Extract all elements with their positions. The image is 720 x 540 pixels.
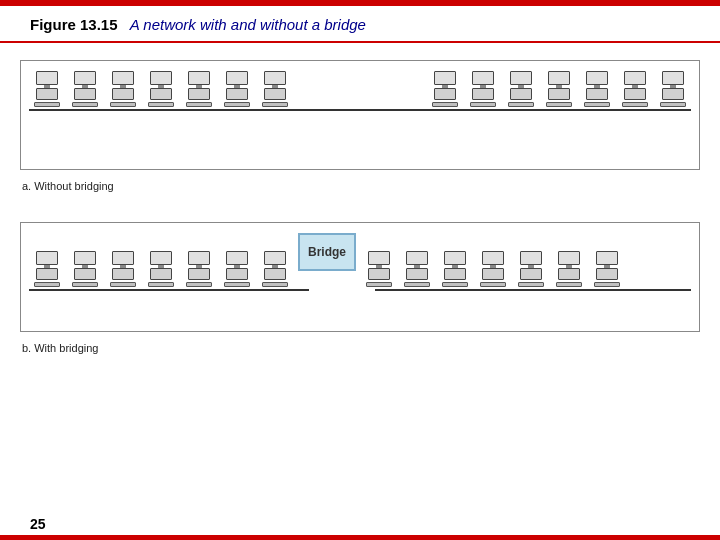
computer-icon: [504, 71, 538, 107]
diagram-without-bridging: [20, 60, 700, 170]
computer-icon: [144, 251, 178, 287]
right-computer-group-b: [361, 251, 625, 287]
computer-icon: [580, 71, 614, 107]
diagram-with-bridging: Bridge: [20, 222, 700, 332]
computer-icon: [30, 251, 64, 287]
computer-icon: [68, 251, 102, 287]
network-line-b: [29, 289, 691, 291]
figure-number: Figure 13.15: [30, 16, 118, 33]
computer-icon: [220, 251, 254, 287]
diagram-b-label: b. With bridging: [22, 342, 700, 354]
diagram-a-label: a. Without bridging: [22, 180, 700, 192]
computer-icon: [542, 71, 576, 107]
left-computer-group-b: [29, 251, 293, 287]
computer-icon: [182, 71, 216, 107]
bridge-box: Bridge: [298, 233, 356, 271]
computer-icon: [466, 71, 500, 107]
computer-icon: [590, 251, 624, 287]
computer-icon: [182, 251, 216, 287]
left-computer-group-a: [29, 71, 293, 107]
computer-icon: [618, 71, 652, 107]
page-number: 25: [30, 516, 46, 532]
network-line-a: [29, 109, 691, 111]
header-section: Figure 13.15 A network with and without …: [0, 6, 720, 43]
computer-icon: [362, 251, 396, 287]
computer-icon: [220, 71, 254, 107]
computer-icon: [68, 71, 102, 107]
bridge-container: Bridge: [298, 233, 356, 287]
bridge-label: Bridge: [308, 245, 346, 259]
main-content: a. Without bridging: [20, 50, 700, 500]
computer-icon: [514, 251, 548, 287]
computer-icon: [400, 251, 434, 287]
figure-description: A network with and without a bridge: [130, 16, 366, 33]
computer-icon: [144, 71, 178, 107]
computer-icon: [30, 71, 64, 107]
computer-icon: [258, 71, 292, 107]
computer-icon: [438, 251, 472, 287]
computer-icon: [106, 251, 140, 287]
right-computer-group-a: [427, 71, 691, 107]
figure-title: Figure 13.15 A network with and without …: [30, 16, 690, 33]
computer-icon: [656, 71, 690, 107]
computer-icon: [476, 251, 510, 287]
computer-icon: [428, 71, 462, 107]
bottom-red-bar: [0, 535, 720, 540]
computer-icon: [258, 251, 292, 287]
computer-icon: [106, 71, 140, 107]
computer-icon: [552, 251, 586, 287]
